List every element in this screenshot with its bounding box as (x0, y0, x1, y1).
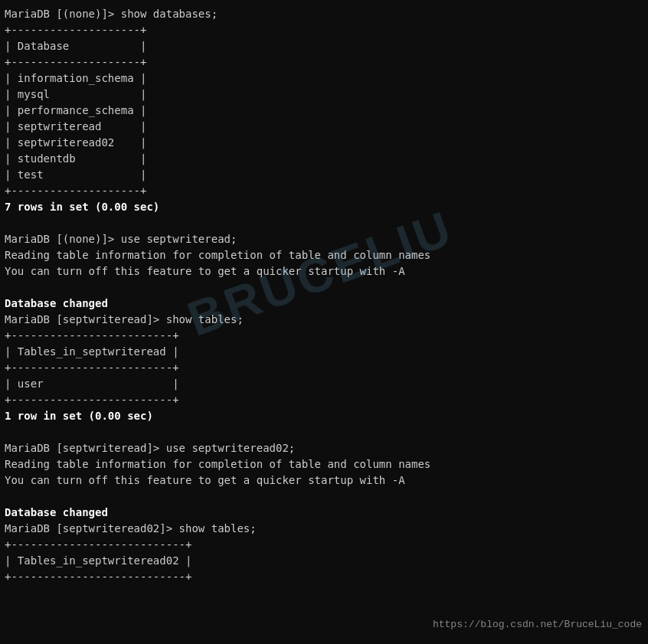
line-5: | information_schema | (5, 72, 146, 84)
line-21: +-------------------------+ (5, 361, 179, 374)
line-28: Database changed (5, 506, 108, 518)
terminal-window: BRUCELIU MariaDB [(none)]> show database… (0, 0, 648, 644)
terminal-output: MariaDB [(none)]> show databases; +-----… (5, 6, 643, 585)
line-19: +-------------------------+ (5, 329, 179, 342)
line-13: 7 rows in set (0.00 sec) (5, 201, 159, 213)
line-9: | septwriteread02 | (5, 136, 146, 149)
line-30: +---------------------------+ (5, 538, 191, 551)
line-15: Reading table information for completion… (5, 249, 430, 261)
line-26: Reading table information for completion… (5, 458, 430, 470)
line-4: +--------------------+ (5, 56, 146, 68)
line-3: | Database | (5, 40, 146, 52)
line-16: You can turn off this feature to get a q… (5, 265, 405, 277)
line-12: +--------------------+ (5, 185, 146, 197)
line-25: MariaDB [septwriteread]> use septwritere… (5, 442, 295, 454)
line-2: +--------------------+ (5, 24, 146, 36)
footer-link: https://blog.csdn.net/BruceLiu_code (433, 619, 642, 630)
line-7: | performance_schema | (5, 104, 146, 116)
line-8: | septwriteread | (5, 120, 146, 132)
line-6: | mysql | (5, 88, 146, 100)
line-23: +-------------------------+ (5, 394, 179, 406)
line-32: +---------------------------+ (5, 570, 191, 583)
line-10: | studentdb | (5, 152, 146, 165)
line-14: MariaDB [(none)]> use septwriteread; (5, 233, 237, 245)
line-29: MariaDB [septwriteread02]> show tables; (5, 522, 257, 534)
line-27: You can turn off this feature to get a q… (5, 474, 405, 486)
line-18: MariaDB [septwriteread]> show tables; (5, 313, 244, 325)
line-20: | Tables_in_septwriteread | (5, 345, 179, 358)
line-1: MariaDB [(none)]> show databases; (5, 8, 218, 20)
line-24: 1 row in set (0.00 sec) (5, 410, 153, 422)
line-11: | test | (5, 168, 146, 181)
line-22: | user | (5, 378, 179, 390)
line-17: Database changed (5, 297, 108, 309)
line-31: | Tables_in_septwriteread02 | (5, 554, 191, 567)
